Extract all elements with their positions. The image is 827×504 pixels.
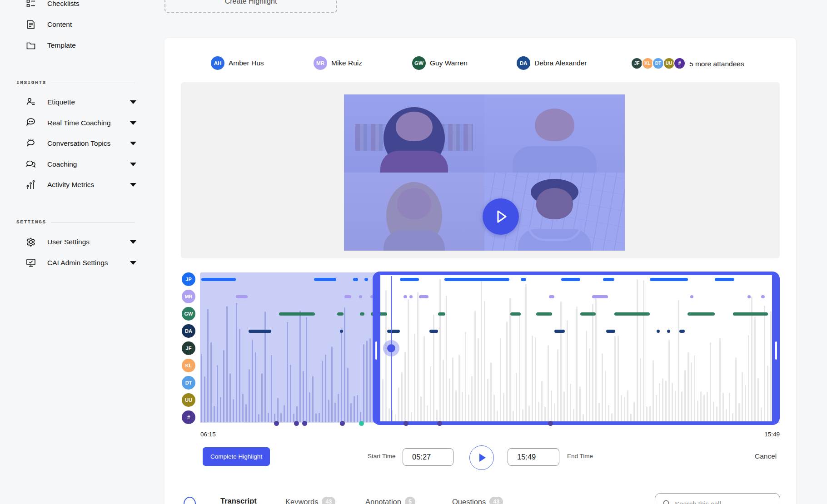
waveform-bar — [255, 352, 256, 422]
avatar: GW — [412, 56, 426, 70]
timeline-event-dot[interactable] — [548, 421, 553, 426]
selection-left-handle[interactable] — [375, 341, 377, 360]
chevron-down-icon[interactable] — [130, 142, 136, 145]
avatar: AH — [211, 56, 224, 70]
sidebar-item-conversation-topics[interactable]: Conversation Topics — [0, 133, 148, 154]
waveform-bar — [264, 311, 266, 422]
speaker-segment-gw — [279, 312, 315, 316]
waveform-bar — [258, 414, 259, 422]
sidebar-item-label: Etiquette — [47, 98, 75, 106]
call-search[interactable] — [655, 493, 780, 504]
create-highlight-button[interactable]: Create Highlight — [164, 0, 337, 13]
waveform-bar — [277, 398, 279, 422]
sidebar-item-label: User Settings — [47, 238, 90, 246]
waveform-bar — [315, 413, 317, 422]
attendee-gw[interactable]: GWGuy Warren — [412, 56, 468, 70]
start-time-input[interactable] — [403, 448, 453, 466]
timeline-event-dot[interactable] — [294, 421, 299, 426]
waveform-bar — [229, 373, 231, 422]
waveform-bar — [331, 346, 333, 422]
speaker-segment-jp — [364, 278, 368, 281]
speaker-avatar-mr: MR — [182, 290, 195, 303]
attendee-name: Amber Hus — [229, 59, 264, 67]
chevron-down-icon[interactable] — [130, 183, 136, 187]
attendee-da[interactable]: DADebra Alexander — [517, 56, 587, 70]
waveform-bar — [350, 403, 352, 422]
tab-questions[interactable]: Questions43 — [452, 497, 503, 504]
waveform-bar — [287, 322, 288, 422]
cai-admin-settings-icon — [25, 257, 36, 268]
chevron-down-icon[interactable] — [130, 240, 136, 244]
timeline-event-dot[interactable] — [359, 421, 364, 426]
chevron-down-icon[interactable] — [130, 261, 136, 265]
end-time-input[interactable] — [508, 448, 559, 466]
attendee-avatar-hash[interactable]: # — [673, 57, 686, 69]
sidebar-item-label: Real Time Coaching — [47, 119, 111, 127]
attendee-avatar-dt[interactable]: DT — [652, 57, 664, 69]
waveform-bar — [261, 373, 263, 422]
tab-count-badge: 43 — [489, 497, 503, 504]
chevron-down-icon[interactable] — [130, 163, 136, 166]
tab-annotation[interactable]: Annotation5 — [365, 497, 415, 504]
preview-play-button[interactable] — [469, 445, 494, 470]
waveform-bar — [210, 342, 212, 422]
tab-transcript[interactable]: Transcript — [220, 497, 257, 504]
start-time-label: Start Time — [368, 453, 396, 460]
timeline-event-dot[interactable] — [404, 421, 409, 426]
timeline-event-dot[interactable] — [437, 421, 442, 426]
attendee-avatar-jf[interactable]: JF — [631, 57, 643, 69]
sidebar-section-settings: SETTINGS — [16, 219, 135, 225]
timeline-event-dot[interactable] — [340, 421, 345, 426]
attendee-ah[interactable]: AHAmber Hus — [211, 56, 264, 70]
speaker-avatar-jf: JF — [182, 341, 195, 355]
video-player — [181, 82, 780, 258]
waveform-bar — [249, 369, 250, 422]
tab-keywords[interactable]: Keywords43 — [285, 497, 335, 504]
sidebar-item-checklists[interactable]: Checklists — [0, 0, 148, 14]
sidebar-item-real-time-coaching[interactable]: Real Time Coaching — [0, 113, 148, 133]
selection-right-handle[interactable] — [775, 341, 777, 360]
play-overlay-button[interactable] — [483, 198, 519, 235]
waveform-bar — [309, 392, 310, 422]
waveform-bar — [220, 397, 221, 422]
sidebar-item-etiquette[interactable]: Etiquette — [0, 92, 148, 113]
sidebar-item-cai-admin-settings[interactable]: CAI Admin Settings — [0, 252, 148, 273]
sidebar-item-coaching[interactable]: Coaching — [0, 154, 148, 175]
complete-highlight-button[interactable]: Complete Highlight — [203, 447, 270, 466]
waveform-bar — [233, 399, 234, 422]
waveform-bar — [204, 376, 205, 422]
timeline-track — [200, 272, 780, 423]
waveform-bar — [354, 396, 355, 422]
template-icon — [25, 40, 36, 51]
chevron-down-icon[interactable] — [130, 100, 136, 104]
sidebar-item-label: Checklists — [47, 0, 80, 8]
waveform-bar — [293, 414, 294, 422]
content-icon — [25, 19, 36, 30]
cancel-button[interactable]: Cancel — [755, 452, 777, 460]
scroll-top-icon[interactable] — [184, 497, 196, 504]
sidebar-item-user-settings[interactable]: User Settings — [0, 232, 148, 252]
sidebar: ChecklistsContentTemplateINSIGHTSEtiquet… — [0, 0, 148, 504]
activity-metrics-icon — [25, 179, 36, 190]
timeline-event-dot[interactable] — [274, 421, 279, 426]
waveform-bar — [303, 371, 304, 422]
playhead-marker[interactable] — [383, 340, 399, 356]
sidebar-item-template[interactable]: Template — [0, 35, 148, 56]
call-detail-card: AHAmber HusMRMike RuizGWGuy WarrenDADebr… — [164, 38, 796, 504]
timeline-event-dot[interactable] — [302, 421, 307, 426]
waveform-bar — [252, 340, 253, 422]
waveform-bar — [341, 330, 342, 422]
sidebar-item-activity-metrics[interactable]: Activity Metrics — [0, 174, 148, 195]
search-input[interactable] — [675, 500, 766, 504]
attendee-mr[interactable]: MRMike Ruiz — [314, 56, 362, 70]
avatar: MR — [314, 56, 327, 70]
real-time-coaching-icon — [25, 118, 36, 128]
sidebar-item-content[interactable]: Content — [0, 14, 148, 35]
chevron-down-icon[interactable] — [130, 121, 136, 125]
waveform-bar — [290, 365, 291, 422]
highlight-selection-window[interactable] — [373, 272, 780, 425]
waveform-bar — [366, 341, 368, 422]
waveform-bar — [325, 355, 326, 422]
attendee-name: Debra Alexander — [534, 59, 587, 67]
video-tile-1 — [344, 94, 484, 173]
